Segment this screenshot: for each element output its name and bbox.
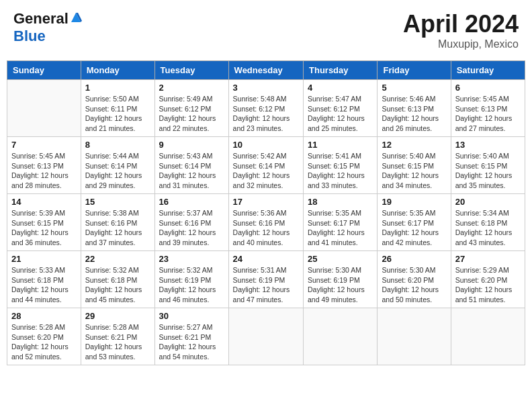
day-cell-3-0: 21Sunrise: 5:33 AMSunset: 6:18 PMDayligh… [7,251,81,308]
day-info: Sunrise: 5:34 AMSunset: 6:18 PMDaylight:… [455,208,521,248]
day-number: 11 [308,140,373,150]
day-info: Sunrise: 5:41 AMSunset: 6:15 PMDaylight:… [308,151,373,191]
calendar-title: April 2024 [403,10,519,38]
day-cell-3-1: 22Sunrise: 5:32 AMSunset: 6:18 PMDayligh… [81,251,154,308]
day-info: Sunrise: 5:40 AMSunset: 6:15 PMDaylight:… [382,151,446,191]
day-cell-0-2: 2Sunrise: 5:49 AMSunset: 6:12 PMDaylight… [154,80,228,137]
day-info: Sunrise: 5:32 AMSunset: 6:18 PMDaylight:… [85,265,150,305]
day-info: Sunrise: 5:48 AMSunset: 6:12 PMDaylight:… [233,94,299,134]
day-cell-4-3 [228,308,303,365]
day-number: 30 [159,311,224,321]
day-info: Sunrise: 5:40 AMSunset: 6:15 PMDaylight:… [455,151,521,191]
day-info: Sunrise: 5:28 AMSunset: 6:21 PMDaylight:… [85,322,150,362]
day-info: Sunrise: 5:50 AMSunset: 6:11 PMDaylight:… [85,94,150,134]
day-info: Sunrise: 5:39 AMSunset: 6:15 PMDaylight:… [11,208,77,248]
day-number: 14 [11,197,77,207]
day-number: 19 [382,197,446,207]
day-info: Sunrise: 5:28 AMSunset: 6:20 PMDaylight:… [11,322,77,362]
day-number: 9 [159,140,224,150]
day-number: 6 [455,83,521,93]
day-number: 27 [455,254,521,264]
day-number: 17 [233,197,299,207]
day-number: 15 [85,197,150,207]
day-info: Sunrise: 5:46 AMSunset: 6:13 PMDaylight:… [382,94,446,134]
day-number: 28 [11,311,77,321]
day-number: 25 [308,254,373,264]
day-cell-2-2: 16Sunrise: 5:37 AMSunset: 6:16 PMDayligh… [154,194,228,251]
day-number: 22 [85,254,150,264]
day-number: 13 [455,140,521,150]
day-info: Sunrise: 5:44 AMSunset: 6:14 PMDaylight:… [85,151,150,191]
day-number: 8 [85,140,150,150]
header-thursday: Thursday [304,61,378,80]
day-cell-1-3: 10Sunrise: 5:42 AMSunset: 6:14 PMDayligh… [228,137,303,194]
day-number: 29 [85,311,150,321]
logo-icon [70,11,82,24]
week-row-4: 21Sunrise: 5:33 AMSunset: 6:18 PMDayligh… [7,251,525,308]
day-number: 7 [11,140,77,150]
day-info: Sunrise: 5:27 AMSunset: 6:21 PMDaylight:… [159,322,224,362]
day-number: 1 [85,83,150,93]
day-cell-3-4: 25Sunrise: 5:30 AMSunset: 6:19 PMDayligh… [304,251,378,308]
day-cell-1-4: 11Sunrise: 5:41 AMSunset: 6:15 PMDayligh… [304,137,378,194]
day-cell-2-6: 20Sunrise: 5:34 AMSunset: 6:18 PMDayligh… [451,194,525,251]
day-info: Sunrise: 5:30 AMSunset: 6:19 PMDaylight:… [308,265,373,305]
day-cell-1-2: 9Sunrise: 5:43 AMSunset: 6:14 PMDaylight… [154,137,228,194]
week-row-5: 28Sunrise: 5:28 AMSunset: 6:20 PMDayligh… [7,308,525,365]
header-saturday: Saturday [451,61,525,80]
day-info: Sunrise: 5:30 AMSunset: 6:20 PMDaylight:… [382,265,446,305]
header-friday: Friday [378,61,451,80]
day-cell-0-3: 3Sunrise: 5:48 AMSunset: 6:12 PMDaylight… [228,80,303,137]
header-sunday: Sunday [7,61,81,80]
day-info: Sunrise: 5:37 AMSunset: 6:16 PMDaylight:… [159,208,224,248]
day-number: 23 [159,254,224,264]
header-monday: Monday [81,61,154,80]
day-cell-4-6 [451,308,525,365]
day-cell-4-0: 28Sunrise: 5:28 AMSunset: 6:20 PMDayligh… [7,308,81,365]
day-cell-4-2: 30Sunrise: 5:27 AMSunset: 6:21 PMDayligh… [154,308,228,365]
day-number: 26 [382,254,446,264]
day-cell-1-1: 8Sunrise: 5:44 AMSunset: 6:14 PMDaylight… [81,137,154,194]
day-cell-4-4 [304,308,378,365]
day-number: 16 [159,197,224,207]
day-cell-4-1: 29Sunrise: 5:28 AMSunset: 6:21 PMDayligh… [81,308,154,365]
day-cell-3-3: 24Sunrise: 5:31 AMSunset: 6:19 PMDayligh… [228,251,303,308]
weekday-header-row: Sunday Monday Tuesday Wednesday Thursday… [7,61,525,80]
day-number: 21 [11,254,77,264]
week-row-3: 14Sunrise: 5:39 AMSunset: 6:15 PMDayligh… [7,194,525,251]
day-cell-3-6: 27Sunrise: 5:29 AMSunset: 6:20 PMDayligh… [451,251,525,308]
logo-blue-text: Blue [13,28,46,44]
day-info: Sunrise: 5:36 AMSunset: 6:16 PMDaylight:… [233,208,299,248]
day-cell-2-4: 18Sunrise: 5:35 AMSunset: 6:17 PMDayligh… [304,194,378,251]
day-number: 3 [233,83,299,93]
day-cell-1-0: 7Sunrise: 5:45 AMSunset: 6:13 PMDaylight… [7,137,81,194]
day-info: Sunrise: 5:31 AMSunset: 6:19 PMDaylight:… [233,265,299,305]
day-cell-1-6: 13Sunrise: 5:40 AMSunset: 6:15 PMDayligh… [451,137,525,194]
title-section: April 2024 Muxupip, Mexico [403,10,519,50]
week-row-1: 1Sunrise: 5:50 AMSunset: 6:11 PMDaylight… [7,80,525,137]
calendar-table: Sunday Monday Tuesday Wednesday Thursday… [7,60,525,365]
day-cell-3-5: 26Sunrise: 5:30 AMSunset: 6:20 PMDayligh… [378,251,451,308]
day-cell-0-5: 5Sunrise: 5:46 AMSunset: 6:13 PMDaylight… [378,80,451,137]
day-number: 24 [233,254,299,264]
day-cell-3-2: 23Sunrise: 5:32 AMSunset: 6:19 PMDayligh… [154,251,228,308]
page-header: General Blue April 2024 Muxupip, Mexico [7,7,525,54]
day-info: Sunrise: 5:33 AMSunset: 6:18 PMDaylight:… [11,265,77,305]
logo-general-text: General [13,10,69,28]
day-number: 12 [382,140,446,150]
day-cell-2-5: 19Sunrise: 5:35 AMSunset: 6:17 PMDayligh… [378,194,451,251]
day-info: Sunrise: 5:49 AMSunset: 6:12 PMDaylight:… [159,94,224,134]
day-info: Sunrise: 5:43 AMSunset: 6:14 PMDaylight:… [159,151,224,191]
day-info: Sunrise: 5:35 AMSunset: 6:17 PMDaylight:… [308,208,373,248]
day-info: Sunrise: 5:45 AMSunset: 6:13 PMDaylight:… [11,151,77,191]
day-cell-2-0: 14Sunrise: 5:39 AMSunset: 6:15 PMDayligh… [7,194,81,251]
day-cell-0-4: 4Sunrise: 5:47 AMSunset: 6:12 PMDaylight… [304,80,378,137]
day-number: 10 [233,140,299,150]
day-info: Sunrise: 5:47 AMSunset: 6:12 PMDaylight:… [308,94,373,134]
header-tuesday: Tuesday [154,61,228,80]
header-wednesday: Wednesday [228,61,303,80]
day-info: Sunrise: 5:42 AMSunset: 6:14 PMDaylight:… [233,151,299,191]
day-number: 4 [308,83,373,93]
week-row-2: 7Sunrise: 5:45 AMSunset: 6:13 PMDaylight… [7,137,525,194]
day-cell-0-1: 1Sunrise: 5:50 AMSunset: 6:11 PMDaylight… [81,80,154,137]
